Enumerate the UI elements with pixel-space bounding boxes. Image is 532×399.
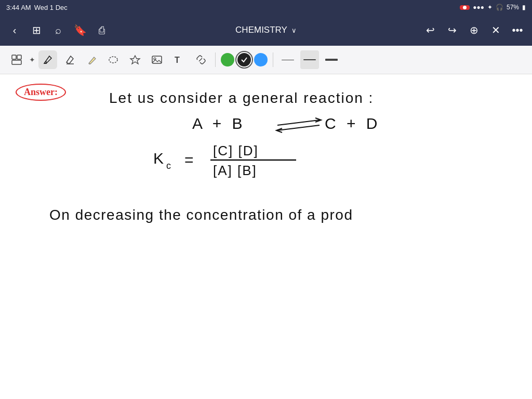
status-right: ●●● ✦ 🎧 57% ▮ (460, 4, 526, 11)
pen-button[interactable] (38, 50, 57, 69)
search-button[interactable]: ⌕ (50, 22, 66, 38)
bookmark-button[interactable]: 🔖 (72, 22, 88, 38)
color-green-button[interactable] (221, 53, 234, 66)
title-chevron-icon: ∨ (291, 26, 297, 34)
recording-indicator (460, 5, 470, 10)
pen-icon (42, 54, 54, 65)
undo-button[interactable]: ↩ (422, 22, 438, 38)
link-button[interactable] (191, 50, 210, 69)
grid-button[interactable]: ⊞ (28, 22, 45, 38)
bluetooth-icon: ✦ (487, 4, 493, 11)
redo-button[interactable]: ↪ (444, 22, 460, 38)
line-thick-button[interactable] (322, 50, 341, 69)
svg-rect-1 (17, 55, 21, 59)
svg-point-8 (154, 58, 156, 60)
bluetooth-indicator: ✦ (29, 56, 35, 64)
link-icon (195, 54, 206, 65)
image-icon (151, 54, 163, 65)
main-toolbar: ‹ ⊞ ⌕ 🔖 ⎙ CHEMISTRY ∨ ↩ ↪ ⊕ ✕ ••• (0, 15, 532, 46)
canvas-area[interactable]: Answer: Let us consider a general reacti… (0, 74, 532, 399)
toolbar-right: ↩ ↪ ⊕ ✕ ••• (422, 22, 526, 38)
headphones-icon: 🎧 (496, 4, 503, 11)
document-title: CHEMISTRY (235, 25, 287, 35)
toolbar-center: CHEMISTRY ∨ (235, 25, 297, 35)
handwriting-canvas: Let us consider a general reaction : A +… (0, 74, 532, 399)
shapes-button[interactable] (126, 50, 144, 69)
checkmark-icon (241, 56, 248, 63)
eraser-icon (64, 54, 75, 65)
reaction-equation: A + B (192, 115, 246, 132)
text-icon: T (173, 54, 184, 65)
svg-marker-6 (130, 56, 140, 64)
highlighter-button[interactable] (82, 50, 101, 69)
layout-button[interactable] (7, 50, 26, 69)
kc-label: K (153, 150, 164, 167)
line-medium-button[interactable] (300, 50, 319, 69)
image-button[interactable] (148, 50, 166, 69)
layout-icon (11, 54, 22, 65)
time-display: 3:44 AM (6, 4, 31, 11)
kc-equals: = (184, 151, 194, 168)
status-left: 3:44 AM Wed 1 Dec (6, 4, 68, 11)
wifi-icon: ●●● (473, 4, 484, 11)
line2-text: On decreasing the concentration of a pro… (49, 207, 353, 223)
kc-numerator: [C] [D] (213, 143, 259, 158)
svg-text:T: T (175, 56, 180, 64)
svg-rect-0 (12, 55, 16, 59)
battery-icon: ▮ (522, 4, 526, 11)
share-button[interactable]: ⎙ (94, 22, 110, 38)
color-black-button[interactable] (237, 53, 251, 66)
drawing-toolbar: ✦ T (0, 46, 532, 74)
lasso-button[interactable] (104, 50, 123, 69)
eraser-button[interactable] (60, 50, 79, 69)
line1-text: Let us consider a general reaction : (109, 90, 374, 106)
reaction-products: C + D (325, 115, 381, 132)
svg-point-5 (109, 57, 117, 63)
close-button[interactable]: ✕ (487, 22, 504, 38)
line-thin-button[interactable] (278, 50, 297, 69)
toolbar-left: ‹ ⊞ ⌕ 🔖 ⎙ (6, 22, 110, 38)
svg-rect-2 (12, 60, 21, 64)
toolbar-divider-2 (273, 52, 273, 67)
svg-line-11 (277, 125, 320, 130)
kc-subscript: c (166, 161, 171, 171)
color-blue-button[interactable] (254, 53, 268, 66)
shapes-icon (129, 54, 141, 65)
status-bar: 3:44 AM Wed 1 Dec ●●● ✦ 🎧 57% ▮ (0, 0, 532, 15)
highlighter-icon (86, 54, 97, 65)
date-display: Wed 1 Dec (34, 4, 68, 11)
back-button[interactable]: ‹ (6, 22, 23, 38)
lasso-icon (108, 54, 119, 65)
kc-denominator: [A] [B] (213, 163, 257, 178)
svg-rect-7 (152, 56, 162, 63)
svg-line-10 (277, 120, 320, 125)
text-button[interactable]: T (169, 50, 188, 69)
toolbar-divider-1 (215, 52, 216, 67)
more-options-button[interactable]: ••• (509, 22, 526, 38)
battery-level: 57% (507, 4, 519, 11)
add-page-button[interactable]: ⊕ (466, 22, 482, 38)
